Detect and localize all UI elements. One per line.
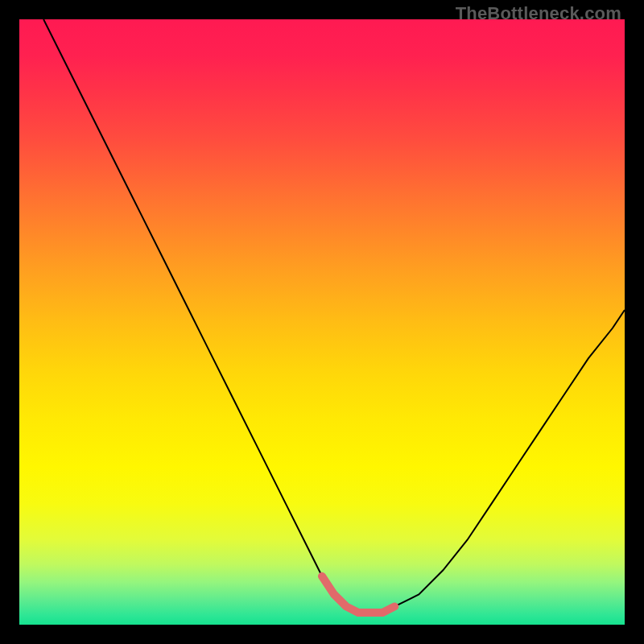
chart-frame: TheBottleneck.com: [0, 0, 644, 644]
optimal-range-highlight: [322, 576, 394, 613]
watermark-text: TheBottleneck.com: [456, 3, 621, 24]
plot-area: [19, 19, 625, 625]
curve-layer: [19, 19, 625, 625]
bottleneck-curve: [43, 19, 625, 613]
